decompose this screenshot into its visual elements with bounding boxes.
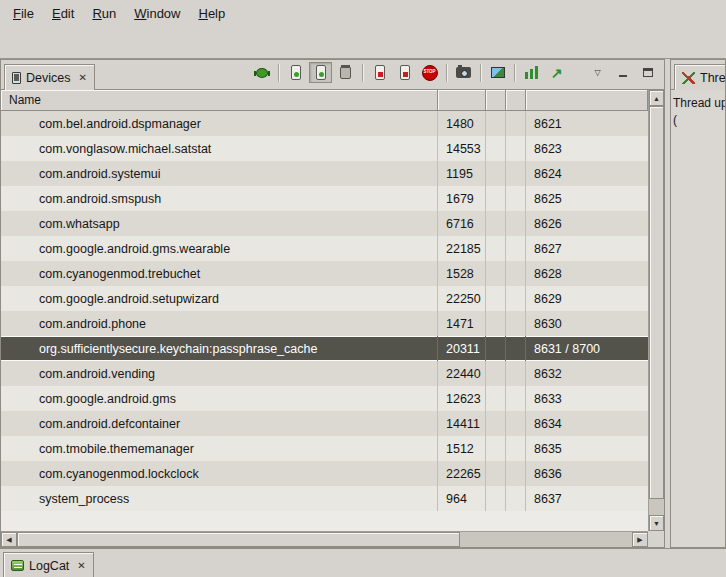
cell-blank xyxy=(506,161,526,186)
view-menu-icon[interactable]: ▽ xyxy=(586,62,609,83)
toolbar-separator xyxy=(278,64,279,82)
vertical-scrollbar[interactable]: ▲ ▼ xyxy=(648,90,664,531)
toolbar-separator xyxy=(446,64,447,82)
cell-blank xyxy=(506,136,526,161)
table-row[interactable]: com.cyanogenmod.trebuchet 1528 8628 xyxy=(1,261,648,286)
scroll-down-icon[interactable]: ▼ xyxy=(649,515,664,531)
cell-pid: 6716 xyxy=(438,211,486,236)
cell-port: 8629 xyxy=(526,286,648,311)
update-threads-icon[interactable] xyxy=(368,62,391,83)
cell-blank xyxy=(486,436,506,461)
table-row[interactable]: com.android.smspush 1679 8625 xyxy=(1,186,648,211)
table-row[interactable]: com.bel.android.dspmanager 1480 8621 xyxy=(1,111,648,136)
table-header: Name xyxy=(1,90,648,111)
cell-pid: 12623 xyxy=(438,386,486,411)
menu-help[interactable]: Help xyxy=(189,3,234,24)
table-row[interactable]: com.tmobile.thememanager 1512 8635 xyxy=(1,436,648,461)
method-profiling-icon[interactable] xyxy=(393,62,416,83)
bottom-tabbar: LogCat ✕ xyxy=(0,548,726,577)
cell-pid: 20311 xyxy=(438,336,486,361)
table-row[interactable]: com.android.vending 22440 8632 xyxy=(1,361,648,386)
cell-port: 8631 / 8700 xyxy=(526,336,648,361)
sysinfo-columns-icon[interactable] xyxy=(520,62,543,83)
tab-threads[interactable]: Threads xyxy=(674,64,726,90)
close-icon[interactable]: ✕ xyxy=(78,72,86,83)
cell-port: 8632 xyxy=(526,361,648,386)
toolbar-separator xyxy=(480,64,481,82)
table-row[interactable]: com.cyanogenmod.lockclock 22265 8636 xyxy=(1,461,648,486)
vertical-scroll-track[interactable] xyxy=(649,106,664,515)
horizontal-scroll-thumb[interactable] xyxy=(17,532,460,547)
tab-logcat[interactable]: LogCat ✕ xyxy=(3,552,94,577)
vertical-scroll-thumb[interactable] xyxy=(649,106,664,499)
column-header-blank xyxy=(486,90,506,111)
horizontal-scroll-track[interactable] xyxy=(17,532,632,547)
cell-process-name: com.android.systemui xyxy=(1,161,438,186)
menu-file[interactable]: File xyxy=(4,3,43,24)
cell-process-name: com.tmobile.thememanager xyxy=(1,436,438,461)
update-heap-icon[interactable] xyxy=(284,62,307,83)
device-icon xyxy=(12,72,21,84)
close-icon[interactable]: ✕ xyxy=(77,560,85,571)
tab-devices[interactable]: Devices ✕ xyxy=(4,64,95,90)
cell-blank xyxy=(506,211,526,236)
screen-record-icon[interactable] xyxy=(486,62,509,83)
maximize-icon[interactable] xyxy=(636,62,659,83)
logcat-icon xyxy=(11,560,24,571)
debug-process-icon[interactable] xyxy=(250,62,273,83)
cell-pid: 1679 xyxy=(438,186,486,211)
tab-logcat-label: LogCat xyxy=(29,559,69,573)
cell-process-name: com.vonglasow.michael.satstat xyxy=(1,136,438,161)
table-row[interactable]: com.vonglasow.michael.satstat 14553 8623 xyxy=(1,136,648,161)
device-table: Name com.bel.android.dspmanager 1480 862… xyxy=(1,90,664,531)
cell-process-name: com.cyanogenmod.lockclock xyxy=(1,461,438,486)
cell-blank xyxy=(486,461,506,486)
stop-process-icon[interactable]: STOP xyxy=(418,62,441,83)
cell-blank xyxy=(486,136,506,161)
cell-blank xyxy=(486,111,506,136)
cell-process-name: com.android.vending xyxy=(1,361,438,386)
screen-capture-icon[interactable] xyxy=(452,62,475,83)
scroll-right-icon[interactable]: ▶ xyxy=(632,532,648,547)
cell-port: 8626 xyxy=(526,211,648,236)
threads-tabbar: Threads xyxy=(671,60,725,90)
cell-pid: 1471 xyxy=(438,311,486,336)
threads-content: Thread up ( xyxy=(671,90,725,547)
cell-blank xyxy=(506,186,526,211)
cell-blank xyxy=(486,486,506,511)
table-row[interactable]: org.sufficientlysecure.keychain:passphra… xyxy=(1,336,648,361)
cell-blank xyxy=(486,361,506,386)
menu-window[interactable]: Window xyxy=(125,3,189,24)
scroll-left-icon[interactable]: ◀ xyxy=(1,532,17,547)
cell-blank xyxy=(486,161,506,186)
main-area: Devices ✕ STOP↗▽ Name com.bel.android.ds… xyxy=(0,59,726,548)
scroll-up-icon[interactable]: ▲ xyxy=(649,90,664,106)
table-row[interactable]: com.android.systemui 1195 8624 xyxy=(1,161,648,186)
table-row[interactable]: com.android.defcontainer 14411 8634 xyxy=(1,411,648,436)
horizontal-scrollbar[interactable]: ◀ ▶ xyxy=(1,531,648,547)
menu-edit[interactable]: Edit xyxy=(43,3,83,24)
cell-port: 8630 xyxy=(526,311,648,336)
devices-tabbar: Devices ✕ STOP↗▽ xyxy=(1,60,664,90)
minimize-icon[interactable] xyxy=(611,62,634,83)
cell-pid: 1480 xyxy=(438,111,486,136)
column-header-blank xyxy=(506,90,526,111)
cell-blank xyxy=(506,111,526,136)
table-row[interactable]: com.android.phone 1471 8630 xyxy=(1,311,648,336)
table-row[interactable]: com.google.android.gms 12623 8633 xyxy=(1,386,648,411)
cause-gc-icon[interactable] xyxy=(334,62,357,83)
cell-port: 8621 xyxy=(526,111,648,136)
column-header-name[interactable]: Name xyxy=(1,90,438,111)
menu-run[interactable]: Run xyxy=(83,3,125,24)
network-stats-icon[interactable]: ↗ xyxy=(545,62,568,83)
table-row[interactable]: system_process 964 8637 xyxy=(1,486,648,511)
dump-hprof-icon[interactable] xyxy=(309,62,332,83)
table-row[interactable]: com.whatsapp 6716 8626 xyxy=(1,211,648,236)
table-row[interactable]: com.google.android.setupwizard 22250 862… xyxy=(1,286,648,311)
cell-pid: 964 xyxy=(438,486,486,511)
cell-blank xyxy=(506,336,526,361)
cell-blank xyxy=(506,486,526,511)
devices-panel: Devices ✕ STOP↗▽ Name com.bel.android.ds… xyxy=(0,59,665,548)
cell-blank xyxy=(486,336,506,361)
table-row[interactable]: com.google.android.gms.wearable 22185 86… xyxy=(1,236,648,261)
